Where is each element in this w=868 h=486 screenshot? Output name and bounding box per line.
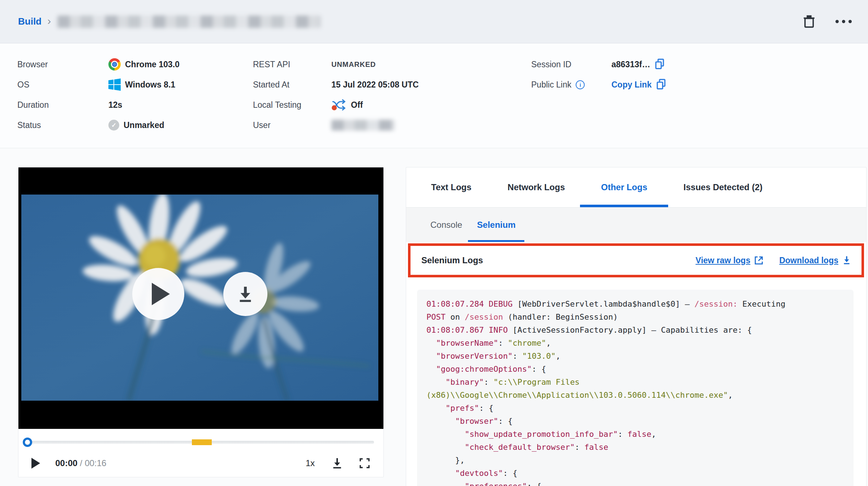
play-icon bbox=[152, 283, 170, 305]
meta-row-session-id: Session ID a86313f… bbox=[531, 54, 868, 74]
status-label: Status bbox=[17, 120, 108, 130]
video-frame-daisies bbox=[21, 195, 378, 401]
local-testing-shuffle-icon bbox=[331, 98, 347, 111]
breadcrumb-session-title-redacted bbox=[57, 16, 321, 28]
log-line: "browserVersion": "103.0", bbox=[426, 350, 844, 363]
log-line: "show_update_promotion_info_bar": false, bbox=[426, 428, 844, 441]
annotation-highlight-red-box: Selenium Logs View raw logs Download log… bbox=[408, 243, 864, 277]
delete-session-button[interactable] bbox=[803, 15, 815, 29]
windows-icon bbox=[108, 78, 121, 91]
play-button[interactable] bbox=[31, 458, 40, 469]
other-logs-subtab-bar: Console Selenium bbox=[406, 208, 866, 242]
video-play-overlay-button[interactable] bbox=[132, 268, 184, 320]
log-line: "preferences": { bbox=[426, 480, 844, 486]
selenium-logs-title: Selenium Logs bbox=[421, 255, 483, 265]
copy-session-id-icon[interactable] bbox=[654, 59, 665, 70]
status-value: Unmarked bbox=[124, 120, 164, 130]
log-line: "prefs": { bbox=[426, 402, 844, 415]
session-id-value: a86313f… bbox=[611, 60, 650, 69]
logs-tab-bar: Text Logs Network Logs Other Logs Issues… bbox=[406, 167, 866, 208]
status-unmarked-icon: ✓ bbox=[108, 120, 119, 131]
log-line: }, bbox=[426, 454, 844, 467]
playback-speed-button[interactable]: 1x bbox=[306, 458, 315, 468]
meta-row-local-testing: Local Testing Off bbox=[253, 95, 531, 115]
video-marker-segment bbox=[192, 439, 212, 445]
video-seek-knob[interactable] bbox=[23, 438, 32, 447]
time-separator: / bbox=[80, 458, 85, 468]
video-seek-bar[interactable] bbox=[25, 441, 374, 444]
total-duration: 00:16 bbox=[85, 458, 106, 468]
user-value-redacted bbox=[331, 120, 395, 131]
session-id-label: Session ID bbox=[531, 60, 611, 69]
started-at-value: 15 Jul 2022 05:08 UTC bbox=[331, 80, 419, 90]
meta-row-public-link: Public Link i Copy Link bbox=[531, 74, 868, 95]
duration-label: Duration bbox=[17, 100, 108, 110]
fullscreen-button[interactable] bbox=[359, 457, 370, 469]
meta-row-status: Status ✓ Unmarked bbox=[17, 115, 253, 135]
session-metadata: Browser Chrome 103.0 OS Windows 8.1 Dura… bbox=[0, 43, 868, 148]
view-raw-logs-link[interactable]: View raw logs bbox=[696, 255, 764, 265]
log-line: 01:08:07.284 DEBUG [WebDriverServlet.lam… bbox=[426, 298, 844, 311]
meta-row-started-at: Started At 15 Jul 2022 05:08 UTC bbox=[253, 74, 531, 95]
video-controls: 00:00 / 00:16 1x bbox=[18, 451, 383, 477]
more-options-button[interactable] bbox=[835, 20, 852, 23]
download-icon bbox=[842, 255, 851, 265]
log-line: "browserName": "chrome", bbox=[426, 337, 844, 350]
breadcrumb-build-link[interactable]: Build bbox=[18, 16, 42, 27]
log-line: 01:08:07.867 INFO [ActiveSessionFactory.… bbox=[426, 324, 844, 337]
chrome-icon bbox=[108, 58, 121, 71]
download-video-button[interactable] bbox=[331, 457, 343, 469]
started-at-label: Started At bbox=[253, 80, 331, 90]
current-time: 00:00 bbox=[55, 458, 77, 468]
breadcrumb-chevron-icon: › bbox=[47, 15, 51, 27]
tab-other-logs[interactable]: Other Logs bbox=[601, 167, 647, 207]
meta-row-os: OS Windows 8.1 bbox=[17, 74, 253, 95]
copy-link-button[interactable]: Copy Link bbox=[611, 80, 652, 90]
log-line: "browser": { bbox=[426, 415, 844, 428]
log-line: POST on /session (handler: BeginSession) bbox=[426, 311, 844, 324]
log-line: "devtools": { bbox=[426, 467, 844, 480]
tab-text-logs[interactable]: Text Logs bbox=[431, 167, 472, 207]
meta-row-rest-api: REST API UNMARKED bbox=[253, 54, 531, 74]
tab-network-logs[interactable]: Network Logs bbox=[508, 167, 565, 207]
download-logs-link[interactable]: Download logs bbox=[779, 255, 851, 265]
video-progress-row bbox=[18, 429, 383, 451]
os-value: Windows 8.1 bbox=[125, 80, 175, 90]
local-testing-label: Local Testing bbox=[253, 100, 331, 110]
rest-api-label: REST API bbox=[253, 60, 331, 69]
local-testing-value: Off bbox=[351, 100, 363, 110]
logs-panel: Text Logs Network Logs Other Logs Issues… bbox=[406, 167, 867, 486]
log-line: "goog:chromeOptions": { bbox=[426, 363, 844, 376]
meta-row-duration: Duration 12s bbox=[17, 95, 253, 115]
rest-api-value: UNMARKED bbox=[331, 60, 376, 69]
info-icon[interactable]: i bbox=[576, 80, 585, 89]
subtab-selenium[interactable]: Selenium bbox=[477, 208, 516, 242]
download-icon bbox=[237, 285, 254, 303]
browser-value: Chrome 103.0 bbox=[125, 60, 180, 69]
kebab-menu-icon bbox=[835, 20, 852, 23]
log-line: "check_default_browser": false bbox=[426, 441, 844, 454]
user-label: User bbox=[253, 120, 331, 130]
meta-row-browser: Browser Chrome 103.0 bbox=[17, 54, 253, 74]
trash-icon bbox=[803, 15, 815, 29]
log-line: "binary": "c:\\Program Files bbox=[426, 376, 844, 389]
browser-label: Browser bbox=[17, 60, 108, 69]
external-link-icon bbox=[754, 255, 764, 265]
duration-value: 12s bbox=[108, 100, 122, 110]
copy-link-icon[interactable] bbox=[656, 79, 667, 90]
meta-row-user: User bbox=[253, 115, 531, 135]
video-screen[interactable] bbox=[18, 167, 383, 429]
os-label: OS bbox=[17, 80, 108, 90]
selenium-log-output[interactable]: 01:08:07.284 DEBUG [WebDriverServlet.lam… bbox=[417, 290, 854, 486]
top-bar: Build › bbox=[0, 0, 868, 43]
video-player-card: 00:00 / 00:16 1x bbox=[18, 167, 384, 477]
subtab-console[interactable]: Console bbox=[430, 208, 462, 242]
tab-issues-detected[interactable]: Issues Detected (2) bbox=[683, 167, 762, 207]
public-link-label: Public Link bbox=[531, 80, 571, 90]
video-download-overlay-button[interactable] bbox=[223, 272, 267, 316]
log-line: (x86)\\Google\\Chrome\\Application\\103.… bbox=[426, 389, 844, 402]
